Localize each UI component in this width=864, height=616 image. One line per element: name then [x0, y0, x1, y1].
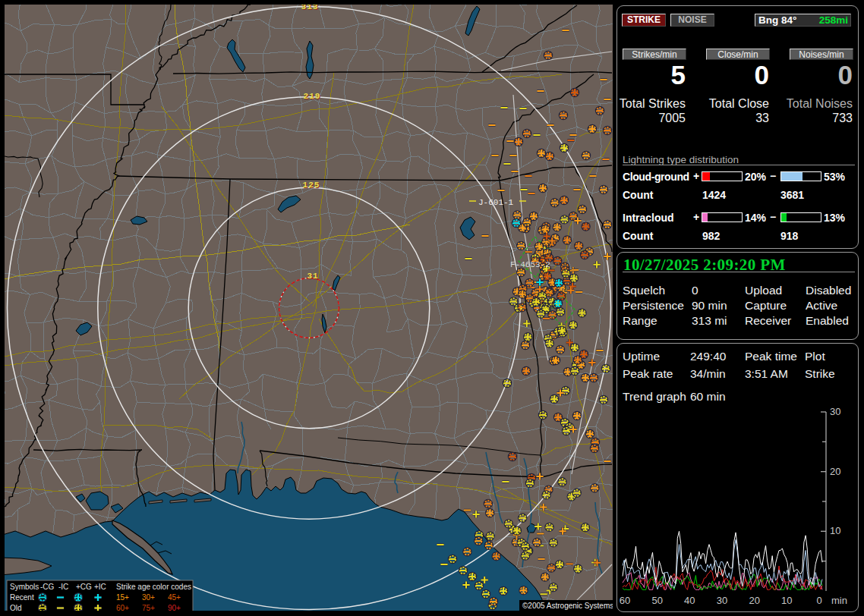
- svg-text:+CG: +CG: [76, 583, 92, 591]
- svg-text:45+: 45+: [168, 593, 181, 602]
- svg-text:-IC: -IC: [58, 583, 68, 591]
- svg-text:219: 219: [304, 92, 321, 101]
- svg-text:Old: Old: [10, 604, 22, 611]
- svg-text:Strike age color codes: Strike age color codes: [116, 583, 191, 591]
- svg-text:20: 20: [830, 466, 840, 477]
- svg-text:Symbols: Symbols: [10, 583, 39, 591]
- svg-text:60: 60: [620, 595, 630, 606]
- svg-text:30: 30: [830, 406, 840, 417]
- svg-text:90+: 90+: [168, 604, 181, 611]
- svg-text:©2005 Astrogenic Systems: ©2005 Astrogenic Systems: [522, 602, 613, 610]
- svg-text:30+: 30+: [142, 593, 155, 602]
- svg-text:10: 10: [781, 595, 792, 606]
- svg-text:75+: 75+: [142, 604, 155, 611]
- svg-text:50: 50: [651, 595, 662, 606]
- svg-text:15+: 15+: [116, 593, 129, 602]
- svg-text:20: 20: [749, 595, 759, 606]
- svg-text:125: 125: [303, 181, 320, 190]
- svg-text:60+: 60+: [116, 604, 129, 611]
- svg-text:Recent: Recent: [10, 593, 34, 602]
- svg-text:J-601-1: J-601-1: [478, 198, 514, 207]
- svg-text:30: 30: [717, 595, 727, 606]
- svg-text:min: min: [831, 595, 847, 606]
- svg-text:40: 40: [684, 595, 695, 606]
- svg-text:-CG: -CG: [40, 583, 55, 591]
- svg-text:+IC: +IC: [94, 583, 106, 591]
- svg-text:0: 0: [816, 595, 821, 606]
- svg-text:10: 10: [830, 525, 840, 536]
- svg-text:313: 313: [301, 5, 319, 11]
- svg-text:31: 31: [307, 272, 318, 281]
- svg-text:F-4653-2: F-4653-2: [510, 260, 550, 269]
